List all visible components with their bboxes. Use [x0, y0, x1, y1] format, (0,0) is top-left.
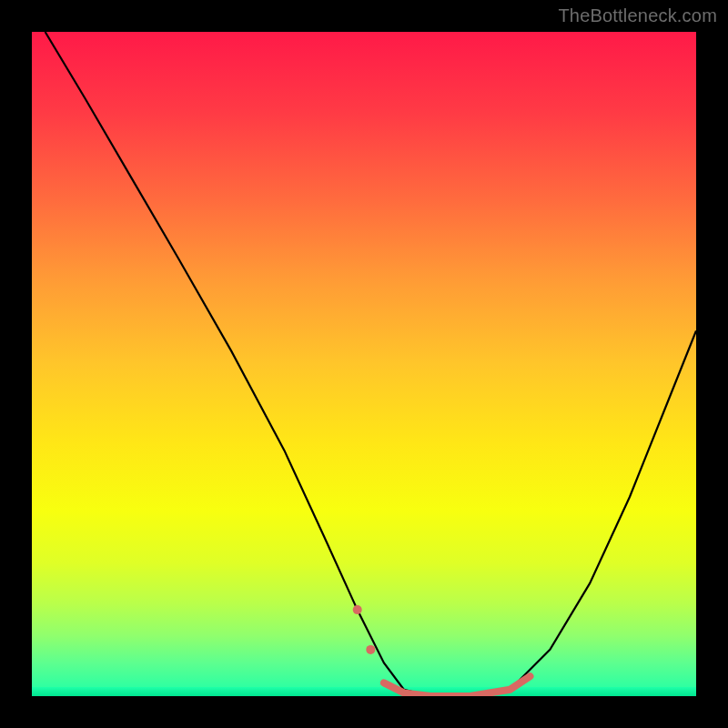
attribution-text: TheBottleneck.com — [558, 5, 717, 26]
chart-frame: TheBottleneck.com — [0, 0, 728, 728]
highlight-dot-1 — [366, 645, 375, 654]
highlight-dots — [353, 605, 376, 654]
plot-area — [32, 32, 696, 696]
curve-layer — [32, 32, 696, 696]
highlight-dot-0 — [353, 605, 362, 614]
bottleneck-curve — [46, 32, 696, 696]
highlight-segment — [384, 676, 531, 696]
